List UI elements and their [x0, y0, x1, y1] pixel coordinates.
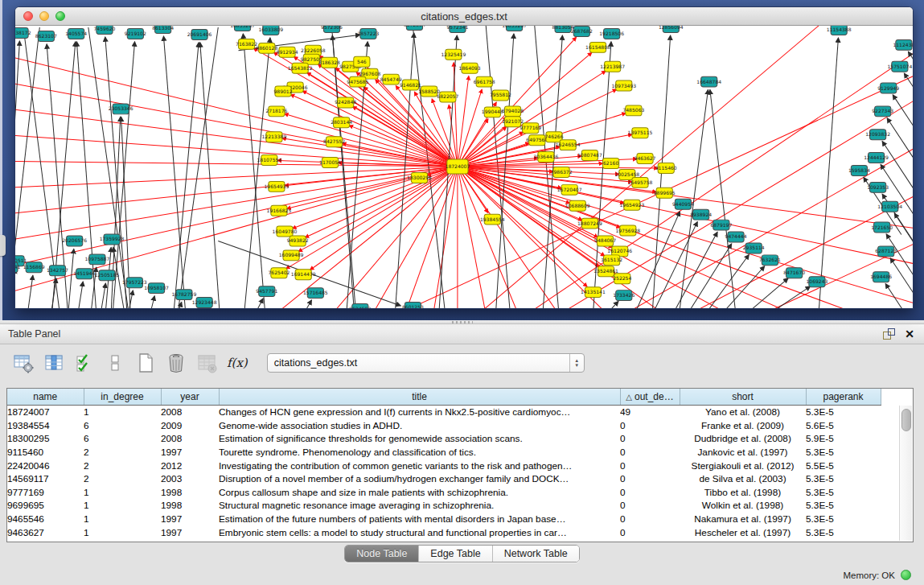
network-node[interactable]: 12103504 — [877, 201, 902, 212]
network-node[interactable]: 12325419 — [441, 49, 466, 60]
column-header[interactable]: in_degree — [84, 389, 161, 406]
network-node[interactable]: 7485063 — [622, 105, 644, 116]
table-cell[interactable]: 2012 — [161, 459, 219, 472]
table-cell[interactable]: 9777169 — [7, 486, 84, 500]
network-edge[interactable] — [238, 35, 359, 51]
network-node[interactable]: 9777169 — [519, 123, 541, 134]
table-cell[interactable]: 5.3E-5 — [806, 499, 881, 513]
network-edge[interactable] — [255, 299, 263, 308]
tab-node-table[interactable]: Node Table — [345, 546, 419, 562]
network-node[interactable]: 9474444 — [725, 232, 747, 242]
network-node[interactable]: 9538172 — [15, 27, 31, 38]
network-node[interactable]: 10688609 — [565, 200, 590, 211]
network-node[interactable]: 20691406 — [187, 29, 212, 39]
network-node[interactable]: 1864093 — [459, 63, 481, 73]
network-node[interactable]: 19654923 — [619, 200, 644, 210]
table-row[interactable]: 946554611997Estimation of the future num… — [7, 513, 881, 526]
table-cell[interactable]: 0 — [620, 486, 680, 500]
network-edge[interactable] — [243, 34, 265, 308]
network-node[interactable]: 12856094 — [659, 26, 684, 32]
table-row[interactable]: 1456911722003Disruption of a novel membe… — [7, 472, 881, 486]
network-node[interactable]: 1342757 — [47, 266, 68, 276]
column-header[interactable]: pagerank — [806, 389, 881, 406]
network-edge[interactable] — [458, 89, 482, 167]
table-row[interactable]: 2242004622012Investigating the contribut… — [7, 459, 881, 472]
network-node[interactable]: 16648784 — [696, 76, 721, 87]
table-cell[interactable]: 1 — [84, 499, 161, 513]
network-node[interactable]: 15751074 — [887, 61, 912, 72]
column-header[interactable]: short — [680, 389, 806, 406]
table-cell[interactable]: 2 — [84, 459, 161, 472]
network-node[interactable]: 9572341 — [446, 26, 468, 32]
network-node[interactable]: 1170054 — [319, 158, 341, 168]
network-node[interactable]: 9899695 — [654, 187, 676, 198]
table-cell[interactable]: Nakamura et al. (1997) — [680, 513, 806, 526]
network-node[interactable]: 2718176 — [265, 106, 287, 117]
table-row[interactable]: 969969511998Structural magnetic resonanc… — [7, 499, 881, 513]
network-edge[interactable] — [458, 76, 469, 167]
network-node[interactable]: 9146821 — [400, 80, 421, 90]
network-node[interactable]: 9572306 — [321, 26, 343, 32]
table-cell[interactable]: 19384554 — [7, 419, 84, 433]
table-cell[interactable]: 0 — [620, 446, 680, 459]
close-panel-icon[interactable]: ✕ — [905, 328, 914, 340]
function-builder-button[interactable]: f(x) — [225, 351, 251, 375]
network-edge[interactable] — [705, 254, 749, 308]
network-node[interactable]: 16099489 — [279, 250, 304, 261]
network-node[interactable]: 989012 — [273, 86, 292, 97]
network-edge[interactable] — [150, 296, 155, 308]
table-cell[interactable]: 1998 — [161, 486, 219, 500]
network-node[interactable]: 8813054 — [552, 26, 574, 32]
table-cell[interactable]: Embryonic stem cells: a model to study s… — [219, 525, 620, 539]
table-cell[interactable]: 2008 — [161, 406, 219, 419]
network-edge[interactable] — [458, 167, 913, 305]
tab-edge-table[interactable]: Edge Table — [419, 546, 492, 562]
network-node[interactable]: 8427552 — [323, 137, 345, 147]
table-cell[interactable]: 5.3E-5 — [806, 446, 881, 459]
column-header[interactable]: title — [219, 389, 620, 406]
select-all-columns-button[interactable] — [72, 351, 97, 375]
table-cell[interactable]: 0 — [620, 419, 680, 433]
table-cell[interactable]: 5.6E-5 — [806, 419, 881, 433]
network-node[interactable]: 9493822 — [287, 236, 309, 246]
network-edge[interactable] — [200, 43, 220, 308]
network-node[interactable]: 12213987 — [600, 61, 625, 72]
table-selector-combobox[interactable]: citations_edges.txt ▲▼ — [267, 353, 585, 373]
column-header[interactable]: year — [161, 389, 219, 406]
network-node[interactable]: 1595834 — [848, 166, 870, 176]
network-node[interactable]: 9463627 — [634, 154, 656, 164]
table-cell[interactable]: Disruption of a novel member of a sodium… — [219, 472, 620, 486]
table-cell[interactable]: 5.3E-5 — [806, 513, 881, 526]
table-cell[interactable]: 5.3E-5 — [806, 406, 881, 419]
network-edge[interactable] — [174, 43, 199, 308]
table-cell[interactable]: Changes of HCN gene expression and I(f) … — [219, 406, 620, 419]
tab-network-table[interactable]: Network Table — [493, 546, 579, 562]
table-cell[interactable]: Corpus callosum shape and size in male p… — [219, 486, 620, 500]
network-edge[interactable] — [887, 118, 913, 175]
table-cell[interactable]: 2 — [84, 446, 161, 459]
network-node[interactable]: 19218506 — [599, 28, 624, 39]
network-edge[interactable] — [310, 167, 457, 270]
network-node[interactable]: 1615132 — [601, 255, 622, 266]
network-node[interactable]: 1069243 — [806, 277, 827, 287]
network-node[interactable]: 1092353 — [867, 182, 889, 192]
network-node[interactable]: 7625402 — [268, 268, 290, 278]
table-row[interactable]: 911546021997Tourette syndrome. Phenomeno… — [7, 446, 881, 459]
network-edge[interactable] — [15, 167, 458, 301]
table-cell[interactable]: Tourette syndrome. Phenomenology and cla… — [219, 446, 620, 459]
table-cell[interactable]: 9699695 — [7, 499, 84, 513]
table-cell[interactable]: 0 — [620, 472, 680, 486]
network-edge[interactable] — [128, 290, 133, 308]
network-node[interactable]: 7986372 — [551, 167, 573, 178]
table-cell[interactable]: Franke et al. (2009) — [680, 419, 806, 433]
delete-table-button[interactable] — [195, 351, 219, 375]
network-node[interactable]: 7857223 — [357, 28, 379, 39]
network-edge[interactable] — [332, 167, 458, 308]
table-cell[interactable]: 6 — [84, 432, 161, 446]
network-edge[interactable] — [745, 278, 788, 308]
table-cell[interactable]: 1997 — [161, 525, 219, 539]
table-cell[interactable]: 6 — [84, 419, 161, 433]
network-edge[interactable] — [305, 167, 458, 237]
table-row[interactable]: 1872400712008Changes of HCN gene express… — [7, 406, 881, 419]
network-node[interactable]: 16853267 — [230, 26, 255, 31]
